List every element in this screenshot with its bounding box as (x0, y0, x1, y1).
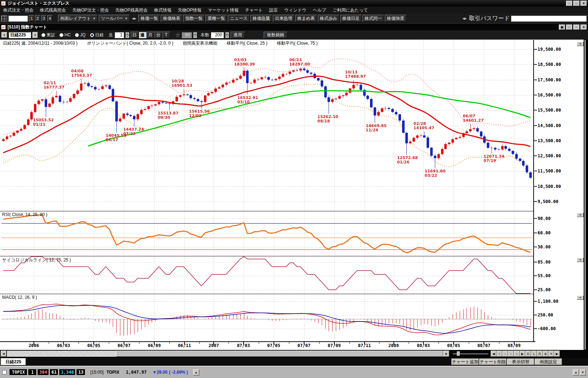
minute-input[interactable] (182, 32, 192, 38)
zoom-slider-knob[interactable] (457, 351, 460, 356)
restore-icon[interactable]: ▣ (559, 24, 565, 30)
scroll-up-icon[interactable]: ▲ (573, 369, 579, 375)
toolbar-button-株まめ表[interactable]: 株まめ表 (295, 15, 317, 22)
zoom-slider[interactable] (453, 351, 489, 357)
close-icon[interactable]: ✕ (580, 1, 587, 6)
minimize-icon[interactable]: ─ (566, 1, 573, 6)
bar-spinner[interactable]: ▲▼ (125, 32, 129, 38)
maximize-icon[interactable]: □ (573, 1, 580, 6)
panel-dropdown-icon-psych[interactable]: ▼ (577, 258, 584, 262)
quick-code-input[interactable] (8, 15, 28, 22)
psych-panel-canvas[interactable] (0, 256, 584, 294)
multi-symbol-button[interactable]: 複数銘柄 (264, 32, 288, 39)
menu-item-マーケット情報[interactable]: マーケット情報 (205, 7, 242, 13)
quote-up-icon[interactable]: ▲ (193, 369, 199, 375)
minute-spinner[interactable]: ▲▼ (193, 32, 197, 38)
scrollbar-thumb[interactable] (116, 351, 443, 357)
status-checkbox[interactable] (2, 370, 6, 374)
chart-right-scrollstrip[interactable] (584, 40, 586, 350)
scroll-right-arrow-icon[interactable]: ▶ (444, 351, 449, 357)
quote-time: [15:00] (90, 370, 104, 375)
layout-preset-1[interactable]: 1 (29, 15, 34, 22)
button-チャート追加[interactable]: チャート追加 (451, 359, 479, 365)
menu-item-ヘルプ[interactable]: ヘルプ (309, 7, 329, 13)
collapse-handle-icon[interactable]: ◀▶ (462, 17, 467, 20)
chart-tool-icon-7[interactable]: L (531, 351, 537, 357)
chevron-down-icon[interactable]: ▼ (32, 32, 38, 38)
toolbar-button-株価日足[interactable]: 株価日足 (340, 15, 362, 22)
chart-tool-icon-10[interactable]: ✕ (548, 351, 554, 357)
chart-plot-area[interactable]: 日経225( 週, 2004/12/11 - 2008/10/03 )ボリンジャ… (0, 40, 584, 350)
button-表示切替[interactable]: 表示切替 (507, 359, 534, 365)
toolbar-button-株価強度[interactable]: 株価強度 (385, 15, 406, 22)
button-画面設定[interactable]: 画面設定 (535, 359, 562, 365)
chart-tool-icon-4[interactable]: = (514, 351, 520, 357)
scroll-left-arrow-icon[interactable]: ◀ (1, 351, 6, 357)
menu-item-株式情報[interactable]: 株式情報 (151, 7, 175, 13)
toolbar-button-株価格表[interactable]: 株価格表 (161, 15, 182, 22)
chart-tool-icon-0[interactable]: ◀ (491, 351, 496, 357)
menu-item-株式残高照会[interactable]: 株式残高照会 (37, 7, 69, 13)
chart-tool-icon-8[interactable]: R (537, 351, 543, 357)
toolbar-menu-button[interactable]: ツールバー▼ (99, 15, 130, 22)
market-radio-東証[interactable]: 東証 (41, 32, 55, 38)
period-button-日[interactable]: 日 (131, 32, 138, 38)
toolbar-button-ニュース[interactable]: ニュース (228, 15, 250, 22)
toolbar-button-株価急騰[interactable]: 株価急騰 (250, 15, 272, 22)
button-チャート削除[interactable]: チャート削除 (479, 359, 507, 365)
layout-preset-3[interactable]: 3 (41, 15, 46, 22)
panel-dropdown-icon-rsi[interactable]: ▼ (577, 213, 584, 217)
toolbar-button-株式同一[interactable]: 株式同一 (362, 15, 384, 22)
toolbar-button-指数一覧[interactable]: 指数一覧 (183, 15, 205, 22)
panel-dropdown-icon-price[interactable]: ▼ (577, 42, 584, 46)
tab-nikkei225[interactable]: 日経225 (1, 358, 26, 365)
chart-tool-icon-9[interactable]: ⊕ (543, 351, 548, 357)
toolbar-button-出来急増[interactable]: 出来急増 (273, 15, 294, 22)
market-radio-HC[interactable]: HC (59, 32, 71, 37)
market-radio-日経[interactable]: 日経 (90, 32, 104, 38)
close-icon[interactable]: ✕ (580, 24, 587, 30)
layout-grid-icon[interactable] (1, 15, 7, 22)
count-spinner[interactable]: ▲▼ (225, 32, 229, 38)
chart-tool-icon-6[interactable]: D (525, 351, 531, 357)
chart-tool-icon-11[interactable]: ▶ (554, 351, 560, 357)
layout-preset-4[interactable]: 4 (47, 15, 53, 22)
minimize-icon[interactable]: ─ (573, 24, 580, 30)
chart-window-titlebar[interactable]: ✔ [5110] 指数チャート ▣□─✕ (0, 23, 588, 30)
trade-password-input[interactable] (511, 15, 587, 22)
period-button-T[interactable]: T (162, 32, 170, 38)
period-button-週[interactable]: 週 (139, 32, 146, 38)
menu-item-チャート[interactable]: チャート (242, 7, 266, 13)
rsi-panel-canvas[interactable] (0, 211, 584, 256)
scroll-down-icon[interactable]: ▼ (580, 369, 586, 375)
menu-item-先物OP残高照会[interactable]: 先物OP残高照会 (112, 7, 151, 13)
apply-button[interactable]: 適用 (231, 32, 245, 39)
period-button-月[interactable]: 月 (147, 32, 154, 38)
collapse-handle-icon[interactable]: ◀▶ (132, 17, 136, 20)
menu-item-設定[interactable]: 設定 (266, 7, 281, 13)
layout-preset-2[interactable]: 2 (35, 15, 40, 22)
screen-layout-button[interactable]: 画面レイアウト▼ (58, 15, 98, 22)
toolbar-button-株価一覧[interactable]: 株価一覧 (138, 15, 160, 22)
macd-panel-canvas[interactable] (0, 294, 584, 341)
chevron-down-icon[interactable]: ▼ (1, 32, 7, 38)
market-radio-JQ[interactable]: JQ (75, 32, 85, 37)
menu-item-ウィンドウ[interactable]: ウィンドウ (281, 7, 309, 13)
chart-tool-icon-1[interactable]: + (496, 351, 502, 357)
bar-count-input[interactable] (115, 32, 124, 38)
menu-item-ご利用にあたって[interactable]: ご利用にあたって (329, 7, 371, 13)
count-input[interactable] (211, 32, 224, 38)
maximize-icon[interactable]: □ (566, 24, 573, 30)
menu-item-先物OP注文・照会[interactable]: 先物OP注文・照会 (69, 7, 112, 13)
chart-tool-icon-3[interactable]: ↕ (508, 351, 514, 357)
chart-tool-icon-2[interactable]: − (502, 351, 508, 357)
toolbar-button-株式歩み[interactable]: 株式歩み (318, 15, 339, 22)
period-button-分[interactable]: 分 (155, 32, 162, 38)
menu-item-先物OP情報[interactable]: 先物OP情報 (175, 7, 205, 13)
chart-tool-icon-5[interactable]: ▶ (520, 351, 525, 357)
panel-dropdown-icon-macd[interactable]: ▼ (577, 296, 584, 300)
chevron-down-icon: ▼ (93, 17, 95, 20)
symbol-select[interactable]: 日経225 (9, 32, 31, 38)
toolbar-button-業種一覧[interactable]: 業種一覧 (205, 15, 227, 22)
menu-item-株式注文・照会[interactable]: 株式注文・照会 (0, 7, 37, 13)
